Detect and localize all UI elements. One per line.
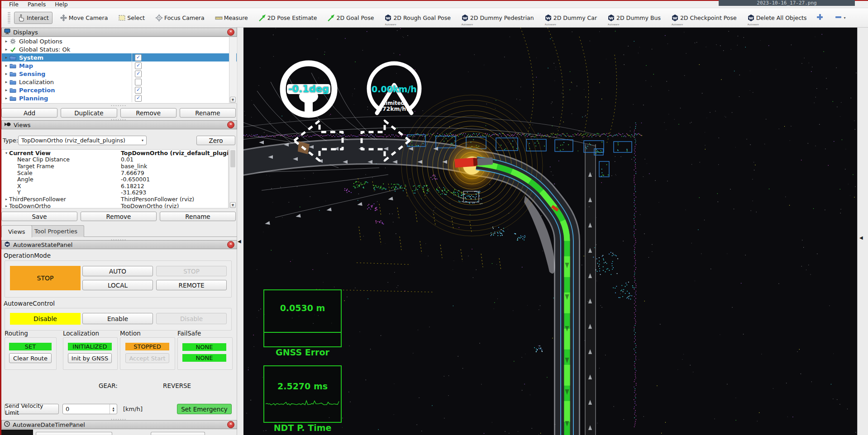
displays-tree[interactable]: ▸Global Options▸Global Status: Ok▸System… xyxy=(1,37,237,104)
velocity-limit-spinner[interactable]: 0 ▲▼ xyxy=(62,404,117,414)
displays-close-icon[interactable]: ✕ xyxy=(227,28,234,36)
displays-scrollbar[interactable]: ▼ xyxy=(229,37,236,103)
auto-button[interactable]: AUTO xyxy=(82,266,153,276)
spinner-arrows-icon[interactable]: ▲▼ xyxy=(110,404,117,414)
tool-interact[interactable]: Interact xyxy=(14,12,52,24)
tree-row-localization[interactable]: ▸Localization xyxy=(2,78,237,86)
tool-2d-rough-goal-pose[interactable]: 2D Rough Goal PoseAutoware xyxy=(381,12,453,24)
view-type-dropdown[interactable]: TopDownOrtho (rviz_default_plugins) ▾ xyxy=(18,136,147,145)
menu-panels[interactable]: Panels xyxy=(24,1,50,8)
tool-2d-dummy-bus[interactable]: 2D Dummy BusAutoware xyxy=(604,12,664,24)
scroll-down-icon[interactable]: ▼ xyxy=(230,97,236,103)
checkbox-unchecked-icon[interactable] xyxy=(135,79,142,85)
remote-button[interactable]: REMOTE xyxy=(156,280,227,290)
views-close-icon[interactable]: ✕ xyxy=(227,121,234,128)
datetime-partial-button[interactable] xyxy=(151,432,205,435)
view-properties-grid[interactable]: ▾Current ViewTopDownOrtho (rviz_default_… xyxy=(1,149,229,208)
tool-move-camera[interactable]: Move Camera xyxy=(57,12,111,24)
remove-button[interactable]: Remove xyxy=(120,108,176,118)
property-row-thirdpersonfollower[interactable]: ▸ThirdPersonFollowerThirdPersonFollower … xyxy=(2,196,228,203)
checkbox-checked-icon[interactable]: ✓ xyxy=(135,62,142,69)
tool-2d-dummy-pedestrian[interactable]: 2D Dummy PedestrianAutoware xyxy=(458,12,537,24)
tool-label: 2D Goal Pose xyxy=(336,14,374,21)
init-by-gnss-button[interactable]: Init by GNSS xyxy=(68,353,112,363)
tree-row-perception[interactable]: ▸Perception✓ xyxy=(2,86,237,94)
zero-button[interactable]: Zero xyxy=(196,136,235,145)
property-row-current-view[interactable]: ▾Current ViewTopDownOrtho (rviz_default_… xyxy=(2,150,228,156)
tool-select[interactable]: Select xyxy=(115,12,148,24)
tool-delete-all-objects[interactable]: Delete All ObjectsAutoware xyxy=(744,12,810,24)
scroll-down-icon[interactable]: ▼ xyxy=(230,202,236,208)
ndt-time-panel: 2.5270 ms xyxy=(263,365,342,423)
splitter-handle[interactable] xyxy=(110,104,127,107)
expand-arrow-icon[interactable]: ▸ xyxy=(3,80,10,84)
expand-arrow-icon[interactable]: ▸ xyxy=(3,63,10,68)
tab-views[interactable]: Views xyxy=(1,225,32,237)
views-panel-header[interactable]: Views ✕ xyxy=(1,120,237,129)
checkbox-checked-icon[interactable]: ✓ xyxy=(135,71,142,77)
expand-arrow-icon[interactable]: ▸ xyxy=(3,71,10,76)
rename-button[interactable]: Rename xyxy=(180,108,236,118)
property-row-target-frame[interactable]: Target Framebase_link xyxy=(2,163,228,170)
property-row-scale[interactable]: Scale7.66679 xyxy=(2,170,228,176)
enable-button[interactable]: Enable xyxy=(82,313,153,324)
menu-file[interactable]: File xyxy=(5,1,23,8)
expand-arrow-icon[interactable]: ▸ xyxy=(3,96,10,100)
add-tool-button[interactable] xyxy=(816,14,823,22)
menu-help[interactable]: Help xyxy=(51,1,72,8)
tool-2d-dummy-car[interactable]: 2D Dummy CarAutoware xyxy=(541,12,600,24)
scrollbar-thumb[interactable] xyxy=(230,150,235,167)
tool-2d-goal-pose[interactable]: 2D Goal Pose xyxy=(324,12,377,24)
property-row-near-clip-distance[interactable]: Near Clip Distance0.01 xyxy=(2,156,228,163)
routing-label: Routing xyxy=(5,330,28,337)
accept-start-button[interactable]: Accept Start xyxy=(125,353,169,363)
panel-collapse-left-icon[interactable]: ◀ xyxy=(238,239,241,244)
datetime-partial-button[interactable] xyxy=(36,432,112,435)
tree-row-system[interactable]: ▸System✓ xyxy=(2,53,237,61)
views-save-button[interactable]: Save xyxy=(1,212,77,221)
property-row-topdownortho[interactable]: ▸TopDownOrthoTopDownOrtho (rviz) xyxy=(2,203,228,208)
expand-arrow-icon[interactable]: ▸ xyxy=(3,39,10,43)
state-panel-header[interactable]: AutowareStatePanel ✕ xyxy=(1,240,237,249)
tree-row-global-status-ok[interactable]: ▸Global Status: Ok xyxy=(2,45,237,53)
tool-focus-camera[interactable]: Focus Camera xyxy=(152,12,208,24)
tool-2d-pose-estimate[interactable]: 2D Pose Estimate xyxy=(255,12,320,24)
duplicate-button[interactable]: Duplicate xyxy=(61,108,117,118)
property-row-y[interactable]: Y-31.6293 xyxy=(2,189,228,196)
panel-collapse-right-icon[interactable]: ◀ xyxy=(859,235,863,240)
datetime-close-icon[interactable]: ✕ xyxy=(227,421,234,428)
toolbar-drag-handle[interactable] xyxy=(8,12,10,24)
checkbox-checked-icon[interactable]: ✓ xyxy=(135,95,142,102)
property-row-angle[interactable]: Angle-0.650001 xyxy=(2,176,228,183)
disable-button[interactable]: Disable xyxy=(156,313,227,324)
tab-tool-properties[interactable]: Tool Properties xyxy=(28,225,84,237)
views-remove-button[interactable]: Remove xyxy=(81,212,157,221)
stop-button[interactable]: STOP xyxy=(156,266,227,276)
remove-tool-button[interactable]: ▾ xyxy=(835,14,845,22)
state-panel-close-icon[interactable]: ✕ xyxy=(227,241,234,248)
tree-row-map[interactable]: ▸Map✓ xyxy=(2,61,237,70)
tool-measure[interactable]: Measure xyxy=(212,12,251,24)
checkbox-checked-icon[interactable]: ✓ xyxy=(135,54,142,61)
views-rename-button[interactable]: Rename xyxy=(160,212,236,221)
send-velocity-limit-button[interactable]: Send Velocity Limit xyxy=(5,404,59,414)
expand-arrow-icon[interactable]: ▸ xyxy=(3,47,10,52)
expand-arrow-icon[interactable]: ▸ xyxy=(3,55,10,60)
toolbar-overflow-icon[interactable]: ▾ xyxy=(844,16,845,20)
tool-2d-checkpoint-pose[interactable]: 2D Checkpoint PoseAutoware xyxy=(668,12,740,24)
tree-row-planning[interactable]: ▸Planning✓ xyxy=(2,94,237,102)
datetime-panel-header[interactable]: AutowareDateTimePanel ✕ xyxy=(1,420,237,429)
checkbox-checked-icon[interactable]: ✓ xyxy=(135,87,142,94)
tree-row-global-options[interactable]: ▸Global Options xyxy=(2,37,237,45)
tree-row-label: System xyxy=(19,54,43,61)
views-panel-title: Views xyxy=(14,122,224,128)
expand-arrow-icon[interactable]: ▸ xyxy=(3,88,10,92)
add-button[interactable]: Add xyxy=(1,108,57,118)
set-emergency-button[interactable]: Set Emergency xyxy=(177,404,232,414)
property-row-x[interactable]: X6.18212 xyxy=(2,183,228,189)
displays-panel-header[interactable]: Displays ✕ xyxy=(1,28,237,37)
views-scrollbar[interactable]: ▼ xyxy=(229,149,236,208)
clear-route-button[interactable]: Clear Route xyxy=(9,353,52,363)
tree-row-sensing[interactable]: ▸Sensing✓ xyxy=(2,70,237,78)
local-button[interactable]: LOCAL xyxy=(82,280,153,290)
